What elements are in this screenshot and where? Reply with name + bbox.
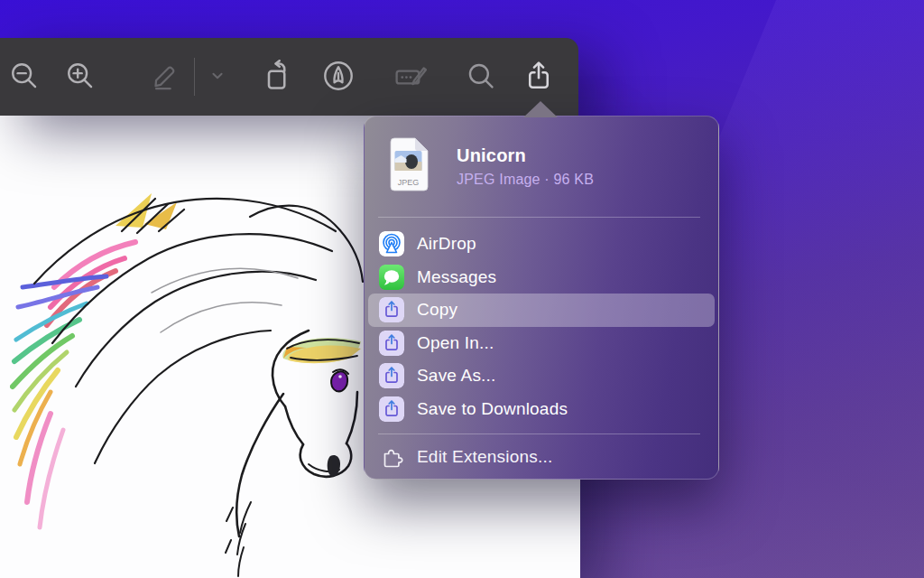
- file-meta: JPEG Image · 96 KB: [457, 172, 594, 188]
- zoom-out-icon: [9, 61, 40, 94]
- menu-item-save-to-downloads[interactable]: Save to Downloads: [368, 393, 715, 426]
- menu-item-label: Messages: [417, 267, 496, 287]
- share-box-icon: [379, 297, 404, 322]
- menu-item-save-as[interactable]: Save As...: [368, 359, 715, 393]
- share-actions-list: AirDrop Messages: [368, 228, 715, 425]
- search-button[interactable]: [460, 56, 502, 98]
- menu-item-label: Save As...: [417, 366, 496, 386]
- menu-item-airdrop[interactable]: AirDrop: [368, 228, 715, 261]
- form-fill-icon: [393, 58, 429, 97]
- menu-item-label: Save to Downloads: [417, 399, 568, 419]
- menu-item-label: Edit Extensions...: [417, 447, 552, 467]
- file-title: Unicorn: [457, 145, 594, 166]
- file-header: JPEG Unicorn JPEG Image · 96 KB: [365, 117, 718, 195]
- messages-icon: [379, 265, 404, 290]
- markup-pencil-button[interactable]: [144, 56, 186, 98]
- menu-item-edit-extensions[interactable]: Edit Extensions...: [368, 440, 715, 474]
- share-box-icon: [379, 331, 404, 356]
- zoom-in-button[interactable]: [60, 56, 101, 98]
- pencil-icon: [150, 61, 180, 94]
- menu-item-label: Copy: [417, 300, 457, 320]
- share-box-icon: [379, 363, 404, 388]
- pen-nib-circle-icon: [321, 59, 356, 96]
- toolbar-separator: [194, 58, 195, 96]
- menu-item-open-in[interactable]: Open In...: [368, 327, 715, 360]
- search-icon: [466, 61, 496, 94]
- share-popover: JPEG Unicorn JPEG Image · 96 KB: [364, 116, 719, 480]
- share-box-icon: [379, 396, 404, 422]
- share-button[interactable]: [518, 56, 559, 98]
- airdrop-icon: [379, 231, 404, 256]
- puzzle-icon: [379, 444, 404, 470]
- form-fill-button[interactable]: [390, 56, 431, 98]
- menu-item-copy[interactable]: Copy: [368, 294, 715, 327]
- menu-item-label: Open In...: [417, 333, 494, 353]
- menu-item-messages[interactable]: Messages: [368, 261, 715, 294]
- chevron-down-icon: [208, 66, 227, 89]
- popover-divider: [378, 434, 700, 434]
- markup-chevron-button[interactable]: [197, 56, 238, 98]
- jpeg-file-icon: JPEG: [387, 137, 430, 195]
- rotate-left-icon: [261, 60, 293, 95]
- quicklook-toolbar: [0, 38, 578, 116]
- popover-divider: [378, 217, 700, 218]
- menu-item-label: AirDrop: [417, 234, 476, 254]
- rotate-left-button[interactable]: [256, 56, 298, 98]
- desktop-wallpaper: JPEG Unicorn JPEG Image · 96 KB: [0, 0, 924, 578]
- share-icon: [522, 60, 555, 95]
- zoom-out-button[interactable]: [4, 56, 45, 98]
- annotate-button[interactable]: [318, 56, 359, 98]
- zoom-in-icon: [65, 61, 96, 94]
- popover-arrow: [523, 101, 558, 117]
- file-badge: JPEG: [398, 178, 420, 187]
